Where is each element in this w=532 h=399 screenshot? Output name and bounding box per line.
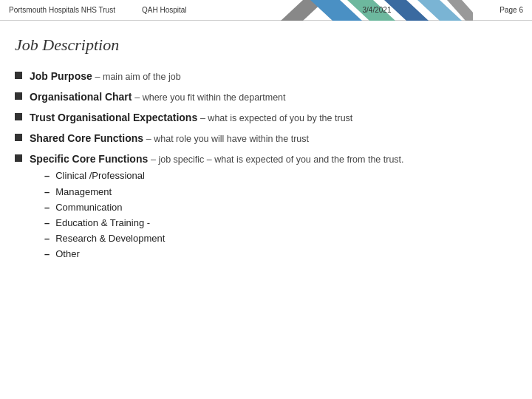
bullet-list: Job Purpose – main aim of the job Organi…: [15, 69, 510, 264]
list-item: Specific Core Functions – job specific –…: [15, 152, 510, 264]
sub-list-item: – Research & Development: [44, 232, 510, 245]
header-bar: Portsmouth Hospitals NHS Trust QAH Hospi…: [0, 0, 532, 21]
bullet-subtitle: – where you fit within the department: [134, 92, 285, 103]
bullet-title: Specific Core Functions: [30, 153, 148, 165]
stripe-area: 3/4/2021 Page 6: [222, 0, 532, 20]
bullet-title: Job Purpose: [30, 70, 92, 82]
bullet-subtitle: – main aim of the job: [95, 72, 181, 82]
org-label: Portsmouth Hospitals NHS Trust: [0, 0, 133, 20]
hospital-text: QAH Hospital: [142, 6, 187, 14]
sub-item-text: Clinical /Professional: [55, 169, 145, 183]
sub-list-item: – Education & Training -: [44, 216, 510, 230]
sub-item-text: Other: [55, 248, 80, 261]
bullet-icon: [15, 92, 22, 100]
bullet-text: Job Purpose – main aim of the job: [30, 69, 510, 84]
header-date: 3/4/2021: [363, 6, 392, 14]
sub-item-text: Education & Training -: [55, 216, 150, 230]
sub-list-item: – Clinical /Professional: [44, 169, 510, 183]
bullet-text: Shared Core Functions – what role you wi…: [30, 132, 510, 146]
list-item: Job Purpose – main aim of the job: [15, 69, 510, 84]
list-item: Shared Core Functions – what role you wi…: [15, 132, 510, 146]
bullet-title: Organisational Chart: [30, 91, 132, 103]
bullet-subtitle: – what role you will have within the tru…: [146, 134, 309, 144]
bullet-title: Shared Core Functions: [30, 132, 143, 144]
sub-list-item: – Other: [44, 248, 510, 261]
list-item: Organisational Chart – where you fit wit…: [15, 90, 510, 105]
bullet-icon: [15, 134, 22, 141]
header-page: Page 6: [499, 6, 523, 14]
hospital-label: QAH Hospital: [133, 0, 222, 20]
bullet-icon: [15, 72, 22, 79]
bullet-icon: [15, 113, 22, 120]
sub-list: – Clinical /Professional – Management – …: [30, 169, 510, 261]
sub-list-item: – Management: [44, 185, 510, 199]
bullet-title: Trust Organisational Expectations: [30, 112, 197, 123]
bullet-icon: [15, 154, 22, 162]
bullet-text: Organisational Chart – where you fit wit…: [30, 90, 510, 105]
sub-item-text: Research & Development: [55, 232, 165, 245]
list-item: Trust Organisational Expectations – what…: [15, 111, 510, 126]
sub-item-text: Management: [55, 185, 112, 199]
bullet-subtitle: – what is expected of you by the trust: [200, 113, 352, 123]
sub-list-item: – Communication: [44, 201, 510, 214]
bullet-text: Specific Core Functions – job specific –…: [30, 152, 510, 264]
sub-item-text: Communication: [55, 201, 122, 214]
main-content: Job Description Job Purpose – main aim o…: [0, 21, 532, 277]
org-text: Portsmouth Hospitals NHS Trust: [9, 6, 115, 14]
bullet-subtitle: – job specific – what is expected of you…: [151, 154, 404, 165]
bullet-text: Trust Organisational Expectations – what…: [30, 111, 510, 126]
page-title: Job Description: [15, 35, 510, 55]
